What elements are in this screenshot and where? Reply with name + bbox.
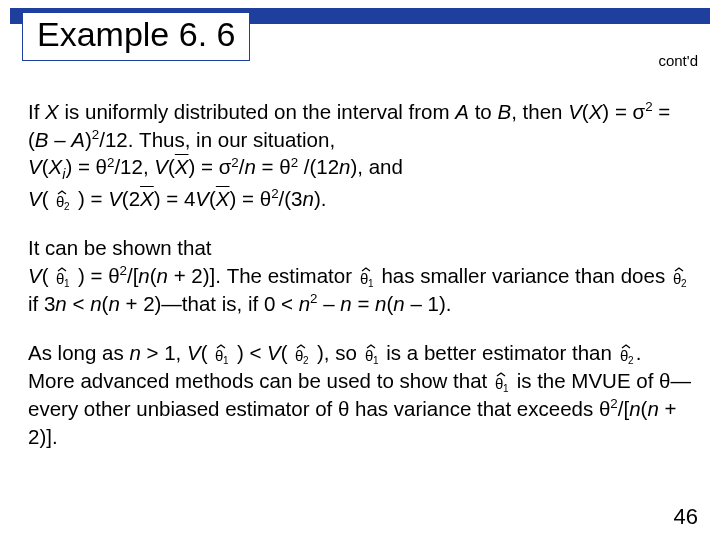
text: /[ [618,397,629,420]
var-n: n [108,292,119,315]
svg-text:2: 2 [303,355,309,365]
var-n: n [244,155,255,178]
svg-text:1: 1 [373,355,379,365]
theta-hat-2-icon: θ2 [618,344,636,364]
var-x: X [49,155,63,178]
sup-2: 2 [271,186,278,201]
sup-2: 2 [645,99,652,114]
var-n: n [629,397,640,420]
text: /12, [114,155,154,178]
var-n: n [299,292,310,315]
svg-text:2: 2 [628,355,634,365]
xbar: X [175,155,189,178]
text: > 1, [141,341,187,364]
svg-text:2: 2 [681,278,687,288]
var-v: V [195,187,209,210]
theta-hat-2-icon: θ2 [54,190,72,210]
sup-2: 2 [310,291,317,306]
sup-2: 2 [231,155,238,170]
text: – [49,128,72,151]
text: ) = [78,264,108,287]
var-n: n [375,292,386,315]
var-n: n [302,187,313,210]
var-v: V [267,341,281,364]
sup-2: 2 [107,155,114,170]
sup-2: 2 [610,396,617,411]
theta: θ [108,264,119,287]
theta: θ [599,397,610,420]
text: ), and [351,155,403,178]
text: (2 [122,187,140,210]
var-x: X [45,100,59,123]
text: ) = [78,187,108,210]
var-v: V [28,187,42,210]
var-v: V [28,264,42,287]
text: /(12 [298,155,339,178]
text: ( [42,155,49,178]
text: If [28,100,45,123]
sup-2: 2 [92,127,99,142]
var-n: n [647,397,658,420]
text: ). [314,187,327,210]
text: ( [281,341,288,364]
var-v: V [28,155,42,178]
var-n: n [55,292,66,315]
theta-hat-1-icon: θ1 [54,267,72,287]
text: As long as [28,341,129,364]
slide-content: If X is uniformly distributed on the int… [0,24,720,450]
paragraph-3: As long as n > 1, V( θ1 ) < V( θ2 ), so … [28,339,692,450]
xbar: X [216,187,230,210]
text: is a better estimator than [381,341,618,364]
var-n: n [129,341,140,364]
text: ( [168,155,175,178]
text: /12. Thus, in our situation, [99,128,335,151]
text: It can be shown that [28,236,211,259]
text: is uniformly distributed on the interval… [59,100,456,123]
text: = [256,155,279,178]
text: has smaller variance than does [381,264,670,287]
var-a: A [71,128,85,151]
text: + 2)—that is, if 0 < [120,292,299,315]
text: ), so [317,341,363,364]
var-a: A [455,100,469,123]
theta: θ [659,369,670,392]
text: < [67,292,90,315]
text: /[ [127,264,138,287]
text: ( [150,264,157,287]
var-n: n [393,292,404,315]
var-b: B [497,100,511,123]
text: ( [582,100,589,123]
var-n: n [339,155,350,178]
paragraph-2: It can be shown that V( θ1 ) = θ2/[n(n +… [28,234,692,317]
sup-2: 2 [120,263,127,278]
slide-header: Example 6. 6 [10,8,710,24]
text: is the MVUE of [511,369,659,392]
var-b: B [35,128,49,151]
text: ) = [230,187,260,210]
theta: θ [338,397,349,420]
text: ) = [65,155,95,178]
theta-hat-1-icon: θ1 [493,372,511,392]
var-n: n [340,292,351,315]
var-x: X [589,100,603,123]
theta: θ [279,155,290,178]
text: + 2)]. The estimator [168,264,358,287]
sub-i: i [62,166,65,182]
text: ( [42,187,49,210]
contd-label: cont'd [658,52,698,69]
text: ( [42,264,49,287]
theta-hat-1-icon: θ1 [363,344,381,364]
var-n: n [157,264,168,287]
var-v: V [154,155,168,178]
paragraph-1: If X is uniformly distributed on the int… [28,98,692,212]
xbar: X [140,187,154,210]
text: ) = [602,100,632,123]
text: ) = [189,155,219,178]
text: ( [201,341,208,364]
svg-text:1: 1 [503,383,509,393]
svg-text:1: 1 [223,355,229,365]
text: ( [209,187,216,210]
var-n: n [90,292,101,315]
sigma: σ [219,155,232,178]
var-v: V [187,341,201,364]
